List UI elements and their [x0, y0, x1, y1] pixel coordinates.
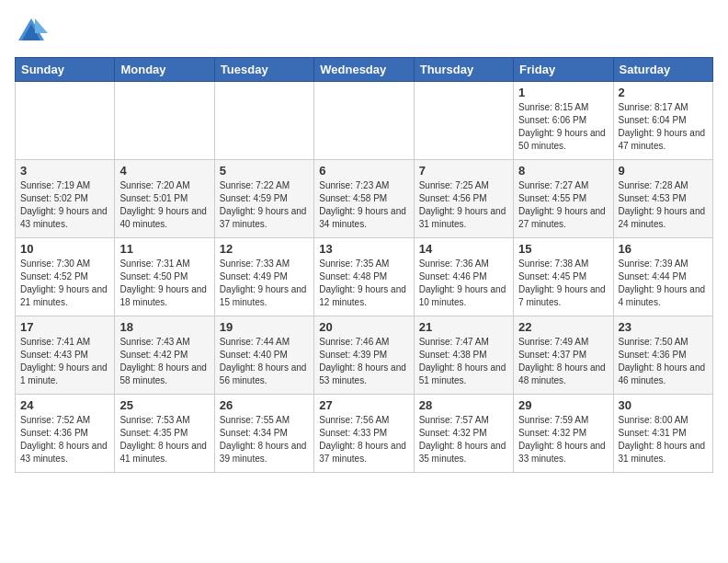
week-row-5: 24Sunrise: 7:52 AMSunset: 4:36 PMDayligh…: [16, 395, 713, 473]
day-number: 22: [518, 320, 608, 334]
day-info: Sunrise: 8:17 AMSunset: 6:04 PMDaylight:…: [619, 101, 708, 153]
day-info: Sunrise: 7:50 AMSunset: 4:36 PMDaylight:…: [619, 336, 708, 387]
day-cell: [414, 82, 513, 160]
col-header-sunday: Sunday: [16, 58, 115, 82]
day-number: 28: [419, 398, 508, 412]
day-number: 1: [518, 86, 608, 99]
day-info: Sunrise: 8:15 AMSunset: 6:06 PMDaylight:…: [518, 101, 608, 153]
day-info: Sunrise: 7:43 AMSunset: 4:42 PMDaylight:…: [119, 336, 209, 387]
day-cell: 5Sunrise: 7:22 AMSunset: 4:59 PMDaylight…: [214, 160, 313, 238]
day-cell: [115, 82, 214, 160]
col-header-saturday: Saturday: [613, 58, 712, 82]
day-cell: 25Sunrise: 7:53 AMSunset: 4:35 PMDayligh…: [115, 395, 214, 473]
day-info: Sunrise: 7:25 AMSunset: 4:56 PMDaylight:…: [419, 179, 508, 231]
day-number: 16: [619, 242, 708, 256]
day-number: 27: [319, 398, 408, 412]
day-cell: 20Sunrise: 7:46 AMSunset: 4:39 PMDayligh…: [314, 316, 414, 395]
page: SundayMondayTuesdayWednesdayThursdayFrid…: [0, 0, 728, 563]
day-number: 23: [619, 320, 708, 334]
day-number: 10: [20, 242, 109, 256]
day-number: 20: [319, 320, 408, 334]
day-info: Sunrise: 7:23 AMSunset: 4:58 PMDaylight:…: [319, 179, 408, 231]
calendar-table: SundayMondayTuesdayWednesdayThursdayFrid…: [15, 57, 713, 473]
day-number: 8: [518, 164, 608, 178]
day-info: Sunrise: 7:33 AMSunset: 4:49 PMDaylight:…: [220, 258, 309, 309]
day-cell: 27Sunrise: 7:56 AMSunset: 4:33 PMDayligh…: [314, 395, 414, 473]
day-cell: 23Sunrise: 7:50 AMSunset: 4:36 PMDayligh…: [613, 316, 712, 395]
col-header-monday: Monday: [115, 58, 214, 82]
day-number: 17: [20, 320, 109, 334]
col-header-tuesday: Tuesday: [214, 58, 313, 82]
day-cell: 26Sunrise: 7:55 AMSunset: 4:34 PMDayligh…: [214, 395, 313, 473]
day-number: 14: [419, 242, 508, 256]
day-number: 4: [119, 164, 209, 178]
day-cell: 1Sunrise: 8:15 AMSunset: 6:06 PMDaylight…: [514, 82, 613, 160]
header: [15, 15, 713, 48]
day-info: Sunrise: 7:27 AMSunset: 4:55 PMDaylight:…: [518, 179, 608, 231]
day-info: Sunrise: 7:41 AMSunset: 4:43 PMDaylight:…: [20, 336, 109, 387]
day-number: 26: [220, 398, 309, 412]
day-info: Sunrise: 8:00 AMSunset: 4:31 PMDaylight:…: [619, 414, 708, 465]
day-info: Sunrise: 7:59 AMSunset: 4:32 PMDaylight:…: [518, 414, 608, 465]
day-info: Sunrise: 7:22 AMSunset: 4:59 PMDaylight:…: [220, 179, 309, 231]
day-cell: 15Sunrise: 7:38 AMSunset: 4:45 PMDayligh…: [514, 238, 613, 316]
day-info: Sunrise: 7:30 AMSunset: 4:52 PMDaylight:…: [20, 258, 109, 309]
day-number: 19: [220, 320, 309, 334]
day-number: 11: [119, 242, 209, 256]
day-cell: 6Sunrise: 7:23 AMSunset: 4:58 PMDaylight…: [314, 160, 414, 238]
day-cell: 18Sunrise: 7:43 AMSunset: 4:42 PMDayligh…: [115, 316, 214, 395]
day-cell: 4Sunrise: 7:20 AMSunset: 5:01 PMDaylight…: [115, 160, 214, 238]
day-cell: [214, 82, 313, 160]
week-row-3: 10Sunrise: 7:30 AMSunset: 4:52 PMDayligh…: [16, 238, 713, 316]
svg-marker-2: [35, 18, 48, 33]
day-number: 13: [319, 242, 408, 256]
day-info: Sunrise: 7:36 AMSunset: 4:46 PMDaylight:…: [419, 258, 508, 309]
day-number: 9: [619, 164, 708, 178]
day-cell: 19Sunrise: 7:44 AMSunset: 4:40 PMDayligh…: [214, 316, 313, 395]
day-info: Sunrise: 7:44 AMSunset: 4:40 PMDaylight:…: [220, 336, 309, 387]
day-cell: 30Sunrise: 8:00 AMSunset: 4:31 PMDayligh…: [613, 395, 712, 473]
day-cell: 28Sunrise: 7:57 AMSunset: 4:32 PMDayligh…: [414, 395, 513, 473]
day-cell: 8Sunrise: 7:27 AMSunset: 4:55 PMDaylight…: [514, 160, 613, 238]
day-number: 7: [419, 164, 508, 178]
day-cell: 14Sunrise: 7:36 AMSunset: 4:46 PMDayligh…: [414, 238, 513, 316]
col-header-thursday: Thursday: [414, 58, 513, 82]
day-number: 30: [619, 398, 708, 412]
day-number: 24: [20, 398, 109, 412]
logo: [15, 15, 53, 48]
day-number: 12: [220, 242, 309, 256]
week-row-4: 17Sunrise: 7:41 AMSunset: 4:43 PMDayligh…: [16, 316, 713, 395]
day-info: Sunrise: 7:39 AMSunset: 4:44 PMDaylight:…: [619, 258, 708, 309]
day-info: Sunrise: 7:52 AMSunset: 4:36 PMDaylight:…: [20, 414, 109, 465]
day-cell: 3Sunrise: 7:19 AMSunset: 5:02 PMDaylight…: [16, 160, 115, 238]
day-info: Sunrise: 7:47 AMSunset: 4:38 PMDaylight:…: [419, 336, 508, 387]
day-info: Sunrise: 7:19 AMSunset: 5:02 PMDaylight:…: [20, 179, 109, 231]
day-number: 29: [518, 398, 608, 412]
day-number: 15: [518, 242, 608, 256]
day-number: 3: [20, 164, 109, 178]
day-cell: 9Sunrise: 7:28 AMSunset: 4:53 PMDaylight…: [613, 160, 712, 238]
day-cell: 12Sunrise: 7:33 AMSunset: 4:49 PMDayligh…: [214, 238, 313, 316]
day-cell: 24Sunrise: 7:52 AMSunset: 4:36 PMDayligh…: [16, 395, 115, 473]
day-cell: [16, 82, 115, 160]
logo-icon: [15, 15, 48, 48]
calendar-header-row: SundayMondayTuesdayWednesdayThursdayFrid…: [16, 58, 713, 82]
day-info: Sunrise: 7:55 AMSunset: 4:34 PMDaylight:…: [220, 414, 309, 465]
day-info: Sunrise: 7:49 AMSunset: 4:37 PMDaylight:…: [518, 336, 608, 387]
week-row-1: 1Sunrise: 8:15 AMSunset: 6:06 PMDaylight…: [16, 82, 713, 160]
day-number: 2: [619, 86, 708, 99]
day-cell: 11Sunrise: 7:31 AMSunset: 4:50 PMDayligh…: [115, 238, 214, 316]
day-info: Sunrise: 7:20 AMSunset: 5:01 PMDaylight:…: [119, 179, 209, 231]
day-info: Sunrise: 7:57 AMSunset: 4:32 PMDaylight:…: [419, 414, 508, 465]
week-row-2: 3Sunrise: 7:19 AMSunset: 5:02 PMDaylight…: [16, 160, 713, 238]
day-number: 18: [119, 320, 209, 334]
day-cell: 7Sunrise: 7:25 AMSunset: 4:56 PMDaylight…: [414, 160, 513, 238]
day-cell: 17Sunrise: 7:41 AMSunset: 4:43 PMDayligh…: [16, 316, 115, 395]
day-number: 6: [319, 164, 408, 178]
day-cell: 22Sunrise: 7:49 AMSunset: 4:37 PMDayligh…: [514, 316, 613, 395]
day-number: 5: [220, 164, 309, 178]
day-cell: 2Sunrise: 8:17 AMSunset: 6:04 PMDaylight…: [613, 82, 712, 160]
day-info: Sunrise: 7:53 AMSunset: 4:35 PMDaylight:…: [119, 414, 209, 465]
day-cell: 21Sunrise: 7:47 AMSunset: 4:38 PMDayligh…: [414, 316, 513, 395]
col-header-wednesday: Wednesday: [314, 58, 414, 82]
